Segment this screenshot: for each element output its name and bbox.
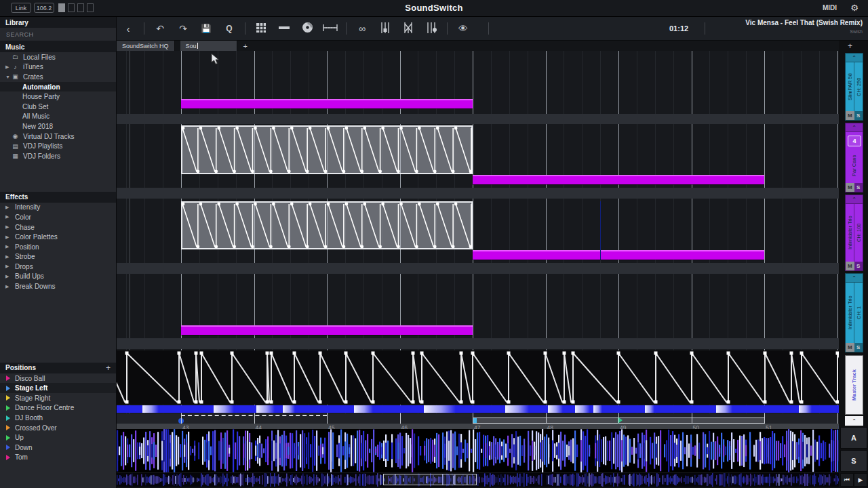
link-clip-icon[interactable]: ∞ (351, 23, 374, 34)
audio-waveform[interactable] (117, 429, 839, 472)
effect-item-intensity[interactable]: ▶Intensity (0, 203, 116, 213)
lamp-fader-icon[interactable] (420, 22, 443, 36)
sidebar-item-club-set[interactable]: Club Set (0, 102, 116, 112)
ruler-icon[interactable] (319, 23, 342, 35)
project-tab-2[interactable]: Sou (180, 41, 237, 51)
add-position-button[interactable]: + (106, 363, 111, 373)
play-button[interactable]: ▶ (854, 473, 867, 487)
effect-item-strobe[interactable]: ▶Strobe (0, 252, 116, 262)
expand-arrow-icon[interactable]: ▶ (5, 244, 11, 249)
fixture-faders-icon[interactable] (374, 22, 397, 36)
collapse-chevron-icon[interactable]: ⌃ (846, 54, 863, 62)
song-overview-strip[interactable] (117, 473, 839, 487)
expand-arrow-icon[interactable]: ▶ (5, 214, 11, 220)
sidebar-item-virtual-dj-tracks[interactable]: ◉Virtual DJ Tracks (0, 131, 116, 142)
tempo-display[interactable]: 106.2 (34, 3, 54, 13)
effect-item-chase[interactable]: ▶Chase (0, 222, 116, 232)
sidebar-item-itunes[interactable]: ▶♪iTunes (0, 62, 116, 73)
position-item-disco-ball[interactable]: Disco Ball (0, 373, 116, 384)
color-track-strip[interactable] (117, 405, 839, 413)
deck-indicator-3[interactable] (77, 3, 84, 12)
position-item-dance-floor-centre[interactable]: Dance Floor Centre (0, 403, 116, 413)
position-item-tom[interactable]: Tom (0, 453, 116, 463)
search-input[interactable]: SEARCH (0, 28, 116, 41)
mute-button[interactable]: M (846, 183, 854, 192)
block-tool-icon[interactable] (273, 22, 296, 35)
deck-indicator-1[interactable] (58, 3, 65, 12)
track-strip-4[interactable]: ⌃Intimidator TrioCH: 1MS (845, 273, 863, 352)
master-track-strip[interactable]: Master Track (845, 355, 863, 415)
expand-arrow-icon[interactable]: ▶ (5, 254, 11, 260)
quantize-button[interactable]: Q (218, 24, 241, 33)
solo-button[interactable]: S (854, 111, 863, 120)
save-icon[interactable]: 💾 (195, 24, 218, 33)
expand-arrow-icon[interactable]: ▶ (5, 224, 11, 230)
sidebar-item-automation[interactable]: Automation (0, 82, 116, 92)
solo-button[interactable]: S (854, 262, 863, 270)
visibility-eye-icon[interactable]: 👁 (452, 23, 475, 34)
track-strip-1[interactable]: ⌃SlimPAR 58CH: 250MS (845, 53, 863, 121)
deck-indicator-2[interactable] (68, 3, 75, 12)
effect-item-build-ups[interactable]: ▶Build Ups (0, 272, 116, 282)
skip-to-start-button[interactable]: ⏮ (840, 473, 854, 487)
master-solo-button[interactable]: S (840, 450, 867, 472)
redo-icon[interactable]: ↷ (172, 23, 195, 34)
expand-arrow-icon[interactable]: ▶ (5, 235, 11, 240)
sidebar-item-house-party[interactable]: House Party (0, 92, 116, 102)
tree-down-arrow-icon[interactable]: ▼ (5, 75, 11, 79)
tree-right-arrow-icon[interactable]: ▶ (5, 64, 11, 70)
expand-arrow-icon[interactable]: ▶ (5, 284, 11, 289)
sidebar-item-local-files[interactable]: 🗀Local Files (0, 52, 116, 62)
timeline-ruler[interactable] (117, 413, 839, 424)
collapse-chevron-icon[interactable]: ⌃ (846, 123, 863, 132)
solo-button[interactable]: S (854, 343, 863, 352)
effect-item-color-palettes[interactable]: ▶Color Palettes (0, 232, 116, 242)
project-tab-1[interactable]: SoundSwitch HQ (117, 41, 175, 51)
mute-button[interactable]: M (846, 262, 854, 270)
link-button[interactable]: Link (11, 3, 31, 13)
intensity-block[interactable] (473, 175, 764, 184)
settings-gear-icon[interactable]: ⚙ (850, 3, 859, 13)
position-item-up[interactable]: Up (0, 432, 116, 443)
sidebar-item-new-2018[interactable]: New 2018 (0, 121, 116, 131)
effect-item-position[interactable]: ▶Position (0, 242, 116, 252)
overview-viewport-box[interactable] (383, 474, 477, 485)
intensity-block[interactable] (473, 250, 764, 260)
solo-button[interactable]: S (854, 183, 863, 192)
mute-button[interactable]: M (846, 111, 854, 120)
position-item-dj-booth[interactable]: DJ Booth (0, 413, 116, 423)
sidebar-item-vdj-folders[interactable]: ▦VDJ Folders (0, 151, 116, 161)
master-fade-curve[interactable] (117, 350, 839, 405)
sidebar-item-crates[interactable]: ▼▣Crates (0, 72, 116, 82)
fade-pattern-block[interactable] (181, 201, 473, 249)
position-item-crossed-over[interactable]: Crossed Over (0, 423, 116, 433)
sidebar-item-all-music[interactable]: All Music (0, 112, 116, 122)
new-tab-button[interactable]: + (238, 41, 253, 51)
sidebar-item-vdj-playlists[interactable]: ▤VDJ Playlists (0, 141, 116, 151)
intensity-block[interactable] (181, 99, 473, 108)
effect-item-break-downs[interactable]: ▶Break Downs (0, 281, 116, 291)
intensity-block[interactable] (181, 325, 473, 335)
position-item-stage-left[interactable]: Stage Left (0, 383, 116, 393)
expand-arrow-icon[interactable]: ▶ (5, 264, 11, 269)
position-item-stage-right[interactable]: Stage Right (0, 393, 116, 403)
disc-icon[interactable] (296, 22, 319, 35)
crossfade-icon[interactable] (397, 22, 420, 36)
expand-arrow-icon[interactable]: ▶ (5, 274, 11, 279)
effect-item-color[interactable]: ▶Color (0, 212, 116, 222)
deck-indicator-4[interactable] (87, 3, 94, 12)
collapse-chevron-icon[interactable]: ⌃ (846, 195, 863, 204)
track-strip-3[interactable]: ⌃Intimidator TrioCH: 100MS (845, 195, 863, 271)
track-strip-2[interactable]: ⌃4Par CansMS (845, 123, 863, 192)
position-item-down[interactable]: Down (0, 443, 116, 453)
automation-timeline[interactable]: 43444546474849505152 (117, 51, 839, 487)
effect-item-drops[interactable]: ▶Drops (0, 262, 116, 272)
back-button[interactable]: ‹ (117, 23, 140, 35)
fade-pattern-block[interactable] (181, 125, 473, 174)
grid-view-icon[interactable] (250, 22, 273, 35)
master-collapse-chevron-icon[interactable]: ⌃ (845, 416, 863, 426)
master-track-band[interactable] (117, 350, 839, 405)
autoscript-button[interactable]: A (840, 427, 867, 449)
midi-button[interactable]: MIDI (823, 4, 837, 12)
mute-button[interactable]: M (846, 343, 854, 352)
